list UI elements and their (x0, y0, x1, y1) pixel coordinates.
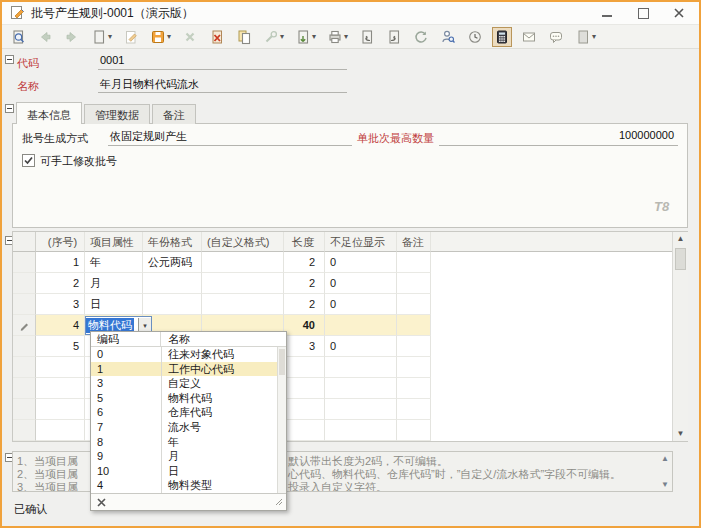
refresh-icon[interactable] (411, 27, 431, 47)
dropdown-close-icon[interactable] (97, 497, 106, 509)
calculator-icon[interactable] (492, 27, 512, 47)
cell-year-format[interactable] (143, 273, 202, 294)
dropdown-caret-icon[interactable]: ▾ (344, 32, 348, 41)
header-seq[interactable]: (序号) (36, 232, 85, 252)
header-pad-display[interactable]: 不足位显示 (325, 232, 397, 252)
grid-vertical-scrollbar[interactable]: ▲ ▼ (672, 232, 688, 441)
cell-note[interactable] (397, 336, 431, 357)
header-note[interactable]: 备注 (397, 232, 431, 252)
cell-seq[interactable]: 5 (36, 336, 85, 357)
hint-scroll-up-icon[interactable]: ▲ (661, 454, 669, 463)
cell-length[interactable]: 3 (284, 336, 325, 357)
comment-icon[interactable] (546, 27, 566, 47)
mail-icon[interactable] (519, 27, 539, 47)
dropdown-caret-icon[interactable]: ▾ (167, 32, 171, 41)
cell-custom-format[interactable] (202, 294, 284, 315)
cell-note[interactable] (397, 273, 431, 294)
minimize-button[interactable] (601, 7, 613, 19)
dropdown-item[interactable]: 9月 (91, 449, 277, 464)
dropdown-item[interactable]: 5物料代码 (91, 391, 277, 406)
cell-length[interactable]: 40 (284, 315, 325, 336)
new-document-icon[interactable]: ▾ (89, 27, 114, 47)
row-selector[interactable] (13, 252, 36, 273)
scrollbar-thumb[interactable] (675, 248, 686, 270)
next-record-icon[interactable] (384, 27, 404, 47)
row-selector-editing[interactable] (13, 315, 36, 336)
print-icon[interactable]: ▾ (325, 27, 350, 47)
cell-attr[interactable]: 日 (85, 294, 143, 315)
notes-icon[interactable]: ▾ (573, 27, 598, 47)
dropdown-scrollbar-thumb[interactable] (279, 349, 285, 375)
cell-length[interactable]: 2 (284, 252, 325, 273)
maximize-button[interactable] (637, 7, 649, 19)
cell-attr[interactable]: 年 (85, 252, 143, 273)
row-selector[interactable] (13, 336, 36, 357)
copy-document-icon[interactable] (234, 27, 254, 47)
cell-note[interactable] (397, 315, 431, 336)
cell-note[interactable] (397, 294, 431, 315)
cell-pad-display[interactable]: 0 (325, 336, 397, 357)
cell-note[interactable] (397, 252, 431, 273)
row-selector[interactable] (13, 399, 36, 420)
dropdown-caret-icon[interactable]: ▾ (108, 32, 112, 41)
prev-record-icon[interactable] (357, 27, 377, 47)
dropdown-item[interactable]: 8年 (91, 435, 277, 450)
row-selector[interactable] (13, 420, 36, 441)
collapse-tabs-toggle[interactable] (5, 104, 14, 113)
header-custom-format[interactable]: (自定义格式) (202, 232, 284, 252)
cell-custom-format[interactable] (202, 273, 284, 294)
close-button[interactable] (673, 7, 685, 19)
row-selector[interactable] (13, 378, 36, 399)
find-person-icon[interactable] (438, 27, 458, 47)
row-selector[interactable] (13, 294, 36, 315)
tab-basic-info[interactable]: 基本信息 (16, 102, 82, 124)
save-icon[interactable]: ▾ (148, 27, 173, 47)
dropdown-caret-icon[interactable]: ▾ (312, 32, 316, 41)
scroll-up-icon[interactable]: ▲ (673, 232, 688, 246)
code-field[interactable]: 0001 (98, 54, 347, 70)
cell-year-format[interactable]: 公元两码 (143, 252, 202, 273)
hint-scroll-down-icon[interactable]: ▼ (661, 480, 669, 489)
find-document-icon[interactable] (8, 27, 28, 47)
cell-seq[interactable]: 3 (36, 294, 85, 315)
dropdown-item[interactable]: 4物料类型 (91, 478, 277, 493)
dropdown-item[interactable]: 6仓库代码 (91, 405, 277, 420)
header-length[interactable]: 长度 (284, 232, 325, 252)
header-year-format[interactable]: 年份格式 (143, 232, 202, 252)
manual-edit-checkbox[interactable] (22, 154, 35, 167)
delete-document-icon[interactable] (207, 27, 227, 47)
cell-seq[interactable]: 1 (36, 252, 85, 273)
cell-length[interactable]: 2 (284, 273, 325, 294)
dropdown-scrollbar[interactable] (277, 347, 286, 493)
max-qty-field[interactable]: 100000000 (439, 129, 678, 146)
dropdown-item-code: 1 (91, 362, 161, 377)
dropdown-item[interactable]: 10日 (91, 464, 277, 479)
dropdown-item[interactable]: 1工作中心代码 (91, 362, 277, 377)
dropdown-caret-icon[interactable]: ▾ (592, 32, 596, 41)
cell-length[interactable]: 2 (284, 294, 325, 315)
tab-remarks[interactable]: 备注 (152, 104, 196, 124)
cell-custom-format[interactable] (202, 252, 284, 273)
cell-year-format[interactable] (143, 294, 202, 315)
tab-management-data[interactable]: 管理数据 (84, 104, 150, 124)
row-selector[interactable] (13, 273, 36, 294)
gen-mode-field[interactable]: 依固定规则产生 (108, 129, 352, 146)
history-icon[interactable] (465, 27, 485, 47)
dropdown-item[interactable]: 0往来对象代码 (91, 347, 277, 362)
dropdown-item[interactable]: 3自定义 (91, 376, 277, 391)
cell-attr[interactable]: 月 (85, 273, 143, 294)
row-selector[interactable] (13, 357, 36, 378)
collapse-header-toggle[interactable] (5, 55, 14, 64)
cell-pad-display[interactable]: 0 (325, 252, 397, 273)
name-field[interactable]: 年月日物料代码流水 (98, 77, 347, 93)
export-document-icon[interactable]: ▾ (293, 27, 318, 47)
header-attr[interactable]: 项目属性 (85, 232, 143, 252)
cell-pad-display[interactable] (325, 315, 397, 336)
cell-pad-display[interactable]: 0 (325, 273, 397, 294)
cell-seq[interactable]: 2 (36, 273, 85, 294)
cell-pad-display[interactable]: 0 (325, 294, 397, 315)
dropdown-resize-grip-icon[interactable] (274, 496, 283, 508)
dropdown-item[interactable]: 7流水号 (91, 420, 277, 435)
scroll-down-icon[interactable]: ▼ (673, 427, 688, 441)
cell-seq[interactable]: 4 (36, 315, 85, 336)
